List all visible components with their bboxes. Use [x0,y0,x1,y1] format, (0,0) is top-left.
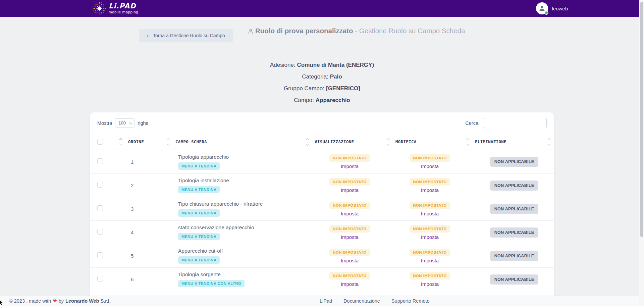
field-name: stato conservazione apparecchio [178,224,304,231]
row-checkbox[interactable] [97,252,103,258]
info-label: Campo: [294,97,314,103]
search-input[interactable] [483,118,547,128]
table-row: 1 Tipologia apparecchio MENU A TENDINA N… [90,150,554,173]
campo-scheda-cell: Tipo chiusura apparecchio - rifrattore M… [165,201,304,217]
select-all-checkbox[interactable] [97,139,103,145]
column-header-eliminazione[interactable]: ELIMINAZIONE [465,134,554,150]
eliminazione-cell: NON APPLICABILE [465,197,554,220]
campo-scheda-cell: stato conservazione apparecchio MENU A T… [165,224,304,240]
table-row: 3 Tipo chiusura apparecchio - rifrattore… [90,197,554,220]
modifica-imposta-link[interactable]: Imposta [421,187,439,193]
column-label: ELIMINAZIONE [475,139,506,144]
visualizzazione-status-badge: NON IMPOSTATO [329,225,370,233]
heart-icon: ❤ [53,298,57,304]
modifica-cell: NON IMPOSTATO Imposta [385,174,465,197]
eliminazione-status-badge: NON APPLICABILE [490,157,539,167]
visualizzazione-imposta-link[interactable]: Imposta [341,258,359,263]
modifica-cell: NON IMPOSTATO Imposta [385,197,465,220]
visualizzazione-imposta-link[interactable]: Imposta [341,163,359,169]
company-name: Leonardo Web S.r.l. [65,298,111,304]
sort-icon[interactable] [167,139,169,145]
footer-link-documentazione[interactable]: Documentazione [343,298,380,304]
title-suffix: - Gestione Ruolo su Campo Scheda [353,27,465,35]
column-header-campo-scheda[interactable]: CAMPO SCHEDA [165,134,304,150]
lipad-logo-icon [92,1,106,15]
column-label: MODIFICA [395,139,417,144]
lipad-logo[interactable]: Li.PAD mobile mapping [92,1,138,15]
order-cell: 1 [118,159,165,165]
info-value: Comune di Manta (ENERGY) [297,62,374,68]
row-select-cell [90,229,118,236]
row-checkbox[interactable] [97,182,103,188]
copyright-text: © 2023 , made with [9,298,51,304]
column-header-ordine[interactable]: ORDINE [118,134,165,150]
page-size-select[interactable]: 100 [115,118,135,128]
order-value: 1 [131,159,133,165]
sort-icon[interactable] [387,139,389,145]
row-select-cell [90,252,118,259]
column-header-visualizzazione[interactable]: VISUALIZZAZIONE [304,134,385,150]
visualizzazione-imposta-link[interactable]: Imposta [341,281,359,287]
visualizzazione-status-badge: NON IMPOSTATO [329,154,370,162]
info-label: Gruppo Campo: [284,85,324,92]
user-menu[interactable]: leoweb [536,2,568,14]
info-value: [GENERICO] [326,85,360,92]
modifica-status-badge: NON IMPOSTATO [410,272,450,279]
modifica-status-badge: NON IMPOSTATO [410,178,450,186]
visualizzazione-status-badge: NON IMPOSTATO [329,249,370,256]
visualizzazione-imposta-link[interactable]: Imposta [341,211,359,216]
page-title: Ruolo di prova personalizzato - Gestione… [248,26,469,36]
by-label: by [59,298,64,304]
modifica-imposta-link[interactable]: Imposta [421,258,439,263]
visualizzazione-cell: NON IMPOSTATO Imposta [304,150,385,173]
field-name: Tipo chiusura apparecchio - rifrattore [178,201,304,207]
top-navbar: Li.PAD mobile mapping leoweb [0,0,644,17]
mouse-cursor [0,299,5,306]
column-header-modifica[interactable]: MODIFICA [385,134,465,150]
sort-icon[interactable] [120,139,122,145]
order-cell: 2 [118,183,165,188]
field-type-badge: MENU A TENDINA [178,162,220,170]
eliminazione-status-badge: NON APPLICABILE [490,204,539,214]
footer-link-lipad[interactable]: LiPad [320,298,332,304]
order-value: 4 [131,230,133,235]
row-checkbox[interactable] [97,158,103,164]
eliminazione-status-badge: NON APPLICABILE [490,274,539,285]
online-status-dot [544,11,548,15]
eliminazione-cell: NON APPLICABILE [465,150,554,173]
table-row: 5 Apparecchio cut-off MENU A TENDINA NON… [90,244,554,267]
modifica-status-badge: NON IMPOSTATO [410,202,450,209]
row-select-cell [90,182,118,189]
modifica-imposta-link[interactable]: Imposta [421,163,439,169]
modifica-imposta-link[interactable]: Imposta [421,281,439,287]
sort-icon[interactable] [306,139,309,145]
modifica-imposta-link[interactable]: Imposta [421,234,439,240]
row-checkbox[interactable] [97,229,103,235]
visualizzazione-cell: NON IMPOSTATO Imposta [304,221,385,244]
scrollbar-thumb[interactable] [640,2,643,237]
info-categoria: Categoria:Palo [90,71,554,83]
order-value: 3 [131,206,133,212]
back-button-label: Torna a Gestione Ruolo su Campo [153,33,225,38]
info-value: Palo [330,73,342,80]
footer: © 2023 , made with ❤ by Leonardo Web S.r… [0,296,644,306]
row-checkbox[interactable] [97,205,103,211]
eliminazione-cell: NON APPLICABILE [465,221,554,244]
info-adesione: Adesione:Comune di Manta (ENERGY) [90,59,554,71]
modifica-status-badge: NON IMPOSTATO [410,225,450,233]
row-checkbox[interactable] [97,276,103,282]
modifica-imposta-link[interactable]: Imposta [421,211,439,216]
order-value: 5 [131,253,133,259]
campo-scheda-cell: Tipologia installazione MENU A TENDINA [165,177,304,193]
visualizzazione-imposta-link[interactable]: Imposta [341,187,359,193]
footer-link-supporto-remoto[interactable]: Supporto Remoto [391,298,430,304]
sort-icon[interactable] [467,139,469,145]
visualizzazione-imposta-link[interactable]: Imposta [341,234,359,240]
order-cell: 3 [118,206,165,212]
avatar [536,2,548,14]
back-button[interactable]: ‹ Torna a Gestione Ruolo su Campo [139,29,233,42]
field-name: Tipologia sorgente [178,271,304,277]
sort-icon[interactable] [548,139,550,145]
field-name: Tipologia apparecchio [178,154,304,160]
vertical-scrollbar[interactable] [639,0,644,306]
